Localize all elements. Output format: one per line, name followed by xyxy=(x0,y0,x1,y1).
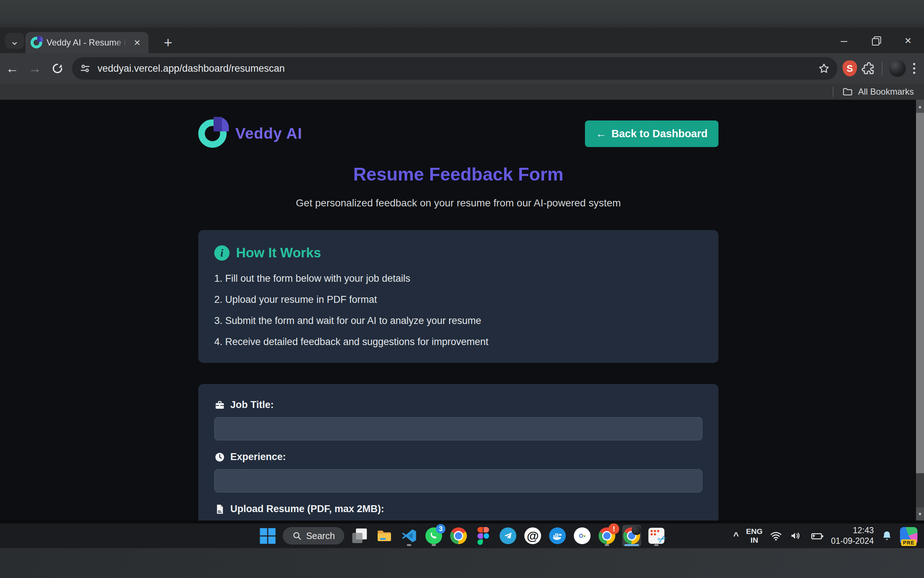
authenticator-button[interactable] xyxy=(573,525,592,547)
running-indicator xyxy=(432,544,436,546)
docker-button[interactable] xyxy=(548,525,567,547)
desktop-wallpaper-top xyxy=(0,0,924,28)
hidden-icons-button[interactable]: ^ xyxy=(733,530,739,542)
toolbar-right-group: S xyxy=(843,60,924,77)
figma-button[interactable] xyxy=(474,525,493,547)
threads-icon: @ xyxy=(524,528,541,544)
new-tab-button[interactable]: + xyxy=(159,34,177,51)
whatsapp-button[interactable]: 3 xyxy=(424,525,443,547)
minimize-button[interactable]: – xyxy=(828,28,860,53)
chrome-button[interactable] xyxy=(449,525,468,547)
experience-label: Experience: xyxy=(214,451,702,463)
browser-menu-icon[interactable] xyxy=(909,63,919,74)
all-bookmarks-button[interactable]: All Bookmarks xyxy=(858,87,914,97)
resume-form-panel: Job Title: Experience: xyxy=(198,384,718,521)
vscode-icon xyxy=(401,528,417,544)
browser-tab[interactable]: Veddy AI - Resume Feedback Fo × xyxy=(26,32,149,53)
left-arrow-icon: ← xyxy=(596,128,607,140)
profile-avatar[interactable] xyxy=(889,60,906,77)
clock-datetime[interactable]: 12:43 01-09-2024 xyxy=(831,525,874,546)
windows-logo-icon xyxy=(260,528,275,544)
scrollbar-thumb[interactable] xyxy=(916,113,924,473)
bookmarks-bar: All Bookmarks xyxy=(0,84,924,100)
brand-name: Veddy AI xyxy=(235,125,302,142)
favicon-veddy-icon xyxy=(31,37,42,49)
docker-icon xyxy=(549,528,566,544)
restore-button[interactable] xyxy=(860,28,892,53)
briefcase-icon xyxy=(214,399,225,411)
threads-button[interactable]: @ xyxy=(523,525,542,547)
whatsapp-badge: 3 xyxy=(436,524,446,534)
chrome-active-button[interactable] xyxy=(622,525,641,547)
desktop-gap xyxy=(0,521,924,523)
back-button[interactable]: ← xyxy=(2,58,23,79)
volume-icon[interactable] xyxy=(790,529,802,542)
window-controls: – × xyxy=(828,28,924,53)
close-window-button[interactable]: × xyxy=(892,28,924,53)
forward-button[interactable]: → xyxy=(25,58,45,79)
how-it-works-step: 3. Submit the form and wait for our AI t… xyxy=(214,315,702,326)
job-title-input[interactable] xyxy=(214,417,702,440)
figma-icon xyxy=(477,527,489,545)
battery-icon[interactable] xyxy=(809,529,824,542)
back-to-dashboard-button[interactable]: ← Back to Dashboard xyxy=(585,120,718,147)
running-indicator xyxy=(654,544,659,546)
browser-toolbar: ← → veddyai.vercel.app/dashboard/resumes… xyxy=(0,53,924,84)
how-it-works-step: 2. Upload your resume in PDF format xyxy=(214,294,702,305)
desktop-wallpaper-bottom xyxy=(0,548,924,578)
file-explorer-button[interactable] xyxy=(375,525,394,547)
site-settings-icon[interactable] xyxy=(79,63,91,74)
job-title-label: Job Title: xyxy=(214,399,702,411)
tab-title: Veddy AI - Resume Feedback Fo xyxy=(47,37,126,48)
search-icon xyxy=(292,531,302,541)
running-indicator xyxy=(407,544,411,546)
snipping-tool-icon: ✂ xyxy=(649,528,665,544)
scroll-up-button[interactable]: ▲ xyxy=(916,100,924,113)
wifi-icon[interactable] xyxy=(770,529,782,542)
chrome-notification-button[interactable]: ! xyxy=(598,525,617,547)
info-icon: i xyxy=(214,245,230,261)
vscode-button[interactable] xyxy=(400,525,419,547)
start-button[interactable] xyxy=(258,525,277,547)
clipchamp-preview-icon[interactable]: PRE xyxy=(900,527,918,544)
reload-icon xyxy=(51,62,64,75)
chevron-down-icon: ⌄ xyxy=(10,34,19,47)
bookmarks-divider xyxy=(833,87,833,97)
clock-icon xyxy=(214,452,225,463)
chrome-alert-badge: ! xyxy=(608,523,620,534)
active-running-indicator xyxy=(625,544,639,546)
bookmark-star-icon[interactable] xyxy=(818,62,830,75)
restore-icon xyxy=(872,36,880,44)
pdf-file-icon xyxy=(214,504,225,515)
notification-bell-icon[interactable] xyxy=(881,530,893,542)
taskbar: Search 3 xyxy=(0,523,924,548)
tray-date: 01-09-2024 xyxy=(831,536,874,546)
upload-resume-label: Upload Resume (PDF, max 2MB): xyxy=(214,503,702,515)
key-app-icon xyxy=(574,528,591,544)
tab-search-button[interactable]: ⌄ xyxy=(5,33,24,49)
running-indicator xyxy=(605,544,609,546)
task-view-button[interactable] xyxy=(350,525,369,547)
address-bar[interactable]: veddyai.vercel.app/dashboard/resumescan xyxy=(72,57,837,80)
toolbar-divider xyxy=(882,61,882,76)
scroll-down-button[interactable]: ▼ xyxy=(916,507,924,521)
extensions-puzzle-icon[interactable] xyxy=(861,61,875,76)
tray-time: 12:43 xyxy=(831,525,874,536)
shield-extension-icon[interactable]: S xyxy=(843,60,857,76)
system-tray: ^ ENG IN 12:43 01-09-2024 xyxy=(733,523,924,548)
tab-close-icon[interactable]: × xyxy=(131,36,143,49)
search-label: Search xyxy=(306,531,335,541)
url-text[interactable]: veddyai.vercel.app/dashboard/resumescan xyxy=(97,63,811,74)
language-switcher[interactable]: ENG IN xyxy=(746,527,763,544)
chrome-icon xyxy=(450,528,467,544)
browser-window: ⌄ Veddy AI - Resume Feedback Fo × + – × … xyxy=(0,28,924,521)
experience-input[interactable] xyxy=(214,469,702,492)
taskbar-center-group: Search 3 xyxy=(258,523,666,548)
telegram-button[interactable] xyxy=(499,525,518,547)
veddy-logo-icon xyxy=(198,119,227,148)
reload-button[interactable] xyxy=(47,58,68,79)
snipping-tool-button[interactable]: ✂ xyxy=(647,525,666,547)
page-scrollbar[interactable]: ▲ ▼ xyxy=(916,100,924,521)
taskbar-search[interactable]: Search xyxy=(283,527,344,544)
page-subtitle: Get personalized feedback on your resume… xyxy=(198,197,718,209)
